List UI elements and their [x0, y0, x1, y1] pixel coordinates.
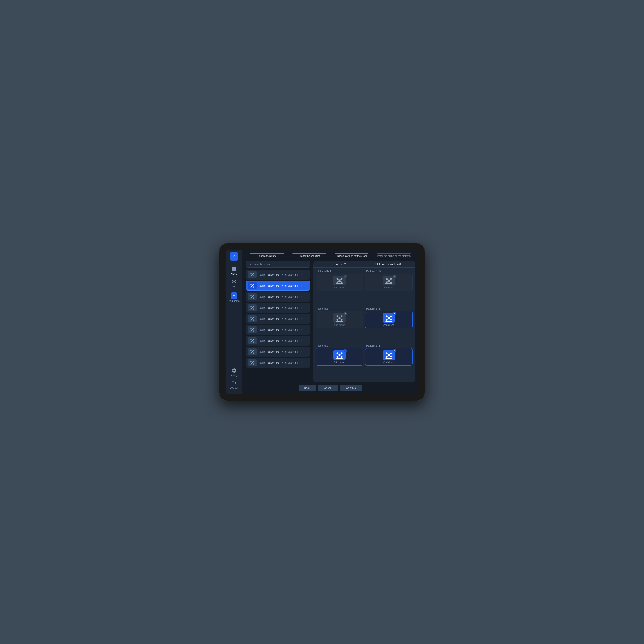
drone-name-value: Station n°1 [267, 306, 279, 309]
drone-name-value: Station n°1 [267, 284, 279, 287]
platform-card-icon: + [333, 350, 346, 360]
wizard-label-4: Install the drone on the platform [377, 255, 411, 257]
sidebar-logout-label: Log out [230, 386, 238, 389]
sidebar-item-add-drone[interactable]: Add drone [226, 290, 242, 304]
svg-point-73 [252, 362, 253, 363]
drone-name-value: Station n°1 [267, 317, 279, 320]
wizard-label-3: Choose platform for the drone [336, 255, 368, 257]
platform-card[interactable]: + Add drone [316, 348, 363, 366]
sidebar-item-drone[interactable]: Drone [226, 277, 242, 289]
drone-list-item[interactable]: Name: Station n°1 N° of platforms: 4 [246, 270, 310, 280]
drone-info: Name: Station n°1 N° of platforms: 4 [259, 328, 308, 331]
sidebar-drone-label: Drone [231, 285, 237, 287]
drone-info: Name: Station n°1 N° of platforms: 4 [259, 273, 308, 276]
station-label: Station n°1 [316, 263, 364, 265]
drone-item-icon [248, 315, 257, 322]
platform-card: + Add drone [316, 311, 363, 328]
sidebar-item-home[interactable]: Home [226, 265, 242, 277]
cancel-button[interactable]: Cancel [318, 385, 338, 391]
drone-list-item[interactable]: Name: Station n°1 N° of platforms: 4 [246, 314, 310, 324]
sidebar-settings-label: Settings [230, 374, 238, 377]
drone-name-label: Name: [259, 306, 265, 309]
platform-add-label: Add drone [334, 286, 345, 289]
platform-label: Platform 2 - B [365, 307, 381, 310]
svg-point-45 [252, 318, 253, 319]
search-box[interactable] [246, 261, 311, 268]
platform-card-icon: + [383, 313, 395, 323]
back-button[interactable]: Back [299, 385, 316, 391]
drone-platform-count: 4 [300, 284, 302, 287]
drone-platform-count: 4 [300, 351, 302, 353]
drone-list-item[interactable]: Name: Station n°1 N° of platforms: 4 [246, 325, 310, 335]
platform-card: + Add drone [365, 274, 413, 291]
svg-point-130 [388, 354, 390, 356]
platform-header: Station n°1 Platform available 4/6 [313, 261, 415, 268]
svg-rect-1 [234, 267, 236, 269]
svg-point-120 [339, 354, 341, 356]
drone-platform-count: 4 [300, 317, 302, 320]
svg-point-38 [252, 307, 253, 308]
platform-card[interactable]: + Add drone [365, 311, 413, 328]
drone-name-label: Name: [259, 284, 265, 287]
svg-point-24 [252, 285, 253, 286]
svg-rect-102 [337, 320, 338, 321]
wizard-steps: Choose the drone Create the checklist Ch… [246, 253, 415, 257]
svg-point-90 [388, 280, 390, 282]
drone-list-item[interactable]: Name: Station n°1 N° of platforms: 4 [246, 336, 310, 346]
drone-icon [231, 279, 237, 284]
drone-name-value: Station n°1 [267, 362, 279, 364]
svg-rect-113 [391, 320, 391, 321]
drone-list-item[interactable]: Name: Station n°1 N° of platforms: 4 [246, 358, 310, 368]
drone-info: Name: Station n°1 N° of platforms: 4 [259, 339, 308, 342]
home-icon [231, 266, 237, 272]
drone-list-item[interactable]: Name: Station n°1 N° of platforms: 4 [246, 292, 310, 302]
drone-item-icon [248, 326, 257, 333]
sidebar-item-settings[interactable]: Settings [226, 366, 242, 379]
drone-platform-label: N° of platforms: [281, 339, 299, 342]
wizard-bar-4 [377, 253, 411, 254]
wizard-label-2: Create the checklist [299, 255, 320, 257]
platform-cell: Platform 2 - A [316, 307, 363, 343]
drone-list-item[interactable]: Name: Station n°1 N° of platforms: 4 [246, 281, 310, 291]
svg-rect-112 [386, 320, 387, 321]
plus-badge: + [344, 349, 347, 352]
platform-card: + Add drone [316, 274, 363, 291]
drone-info: Name: Station n°1 N° of platforms: 4 [259, 295, 308, 298]
search-input[interactable] [253, 263, 308, 266]
wizard-bar-2 [292, 253, 326, 254]
platform-add-label: Add drone [334, 324, 345, 326]
drone-platform-count: 4 [300, 339, 302, 342]
drone-item-icon [248, 359, 257, 366]
platform-panel: Station n°1 Platform available 4/6 Platf… [313, 261, 415, 382]
drone-list-item[interactable]: Name: Station n°1 N° of platforms: 4 [246, 303, 310, 313]
logout-icon [231, 380, 237, 386]
sidebar-add-drone-label: Add drone [229, 300, 240, 302]
drone-name-label: Name: [259, 328, 265, 331]
drone-list-panel: Name: Station n°1 N° of platforms: 4 [246, 261, 311, 382]
platform-label: Platform 1 - A [316, 345, 331, 347]
svg-point-17 [252, 274, 253, 275]
drone-info: Name: Station n°1 N° of platforms: 4 [259, 317, 308, 320]
platform-card-icon: + [333, 313, 346, 323]
svg-rect-123 [341, 357, 342, 358]
drone-item-icon [248, 282, 257, 289]
continue-button[interactable]: Continue [340, 385, 362, 391]
sidebar: Home Drone [226, 250, 242, 394]
svg-rect-122 [337, 357, 338, 358]
platform-cell: Platform 2 - B [365, 307, 413, 343]
drone-name-value: Station n°1 [267, 351, 279, 353]
back-nav-button[interactable] [230, 252, 238, 261]
wizard-label-1: Choose the drone [257, 255, 276, 257]
platform-label: Platform 2 - A [316, 307, 331, 310]
platform-card-icon: + [383, 276, 395, 285]
plus-badge: + [393, 275, 396, 278]
drone-list-item[interactable]: Name: Station n°1 N° of platforms: 4 [246, 347, 310, 357]
wizard-step-4: Install the drone on the platform [373, 253, 415, 257]
tablet-frame: Home Drone [219, 243, 425, 401]
svg-rect-132 [386, 357, 387, 358]
drone-item-icon [248, 293, 257, 300]
platform-card[interactable]: + Add drone [365, 348, 413, 366]
sidebar-item-logout[interactable]: Log out [226, 379, 242, 391]
wizard-step-3: Choose platform for the drone [330, 253, 373, 257]
sidebar-home-label: Home [231, 272, 237, 275]
